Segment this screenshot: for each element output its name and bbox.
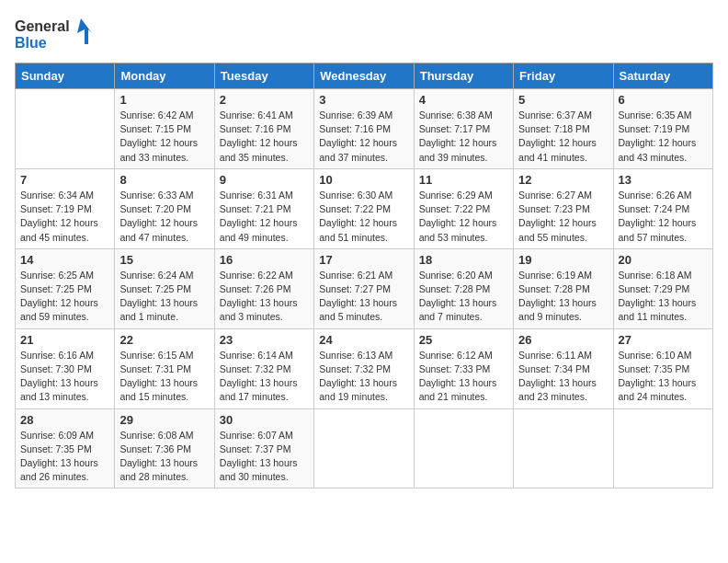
calendar-cell: 16Sunrise: 6:22 AMSunset: 7:26 PMDayligh…	[214, 248, 313, 328]
day-info: Sunrise: 6:39 AMSunset: 7:16 PMDaylight:…	[319, 109, 408, 165]
calendar-cell	[314, 408, 414, 488]
day-number: 20	[619, 253, 708, 267]
day-number: 2	[220, 93, 309, 107]
day-number: 29	[119, 413, 209, 427]
calendar-cell: 4Sunrise: 6:38 AMSunset: 7:17 PMDaylight…	[414, 89, 513, 169]
day-info: Sunrise: 6:09 AMSunset: 7:35 PMDaylight:…	[20, 429, 109, 485]
day-number: 28	[20, 413, 109, 427]
calendar-cell: 7Sunrise: 6:34 AMSunset: 7:19 PMDaylight…	[16, 168, 115, 248]
calendar-cell: 18Sunrise: 6:20 AMSunset: 7:28 PMDayligh…	[414, 248, 513, 328]
calendar-cell: 1Sunrise: 6:42 AMSunset: 7:15 PMDaylight…	[115, 89, 214, 169]
calendar-cell: 30Sunrise: 6:07 AMSunset: 7:37 PMDayligh…	[214, 408, 313, 488]
day-number: 15	[119, 253, 209, 267]
day-info: Sunrise: 6:26 AMSunset: 7:24 PMDaylight:…	[619, 189, 708, 245]
day-number: 26	[518, 333, 608, 347]
day-header-thursday: Thursday	[414, 63, 513, 89]
day-header-sunday: Sunday	[16, 63, 115, 89]
calendar-cell: 3Sunrise: 6:39 AMSunset: 7:16 PMDaylight…	[314, 89, 414, 169]
calendar-cell	[613, 408, 712, 488]
day-number: 30	[220, 413, 309, 427]
day-info: Sunrise: 6:25 AMSunset: 7:25 PMDaylight:…	[20, 269, 109, 325]
day-info: Sunrise: 6:11 AMSunset: 7:34 PMDaylight:…	[518, 349, 608, 405]
day-number: 25	[419, 333, 508, 347]
day-header-wednesday: Wednesday	[314, 63, 414, 89]
calendar-cell: 11Sunrise: 6:29 AMSunset: 7:22 PMDayligh…	[414, 168, 513, 248]
calendar-cell: 25Sunrise: 6:12 AMSunset: 7:33 PMDayligh…	[414, 328, 513, 408]
day-number: 17	[319, 253, 408, 267]
calendar-week-row: 1Sunrise: 6:42 AMSunset: 7:15 PMDaylight…	[16, 89, 713, 169]
day-info: Sunrise: 6:35 AMSunset: 7:19 PMDaylight:…	[619, 109, 708, 165]
day-info: Sunrise: 6:18 AMSunset: 7:29 PMDaylight:…	[619, 269, 708, 325]
day-info: Sunrise: 6:21 AMSunset: 7:27 PMDaylight:…	[319, 269, 408, 325]
calendar-cell: 27Sunrise: 6:10 AMSunset: 7:35 PMDayligh…	[613, 328, 712, 408]
day-number: 23	[220, 333, 309, 347]
day-number: 27	[619, 333, 708, 347]
day-header-monday: Monday	[115, 63, 214, 89]
day-number: 4	[419, 93, 508, 107]
calendar-cell: 6Sunrise: 6:35 AMSunset: 7:19 PMDaylight…	[613, 89, 712, 169]
calendar-cell: 26Sunrise: 6:11 AMSunset: 7:34 PMDayligh…	[514, 328, 613, 408]
svg-marker-2	[77, 18, 92, 44]
day-number: 5	[518, 93, 608, 107]
calendar-cell: 23Sunrise: 6:14 AMSunset: 7:32 PMDayligh…	[214, 328, 313, 408]
calendar-cell: 19Sunrise: 6:19 AMSunset: 7:28 PMDayligh…	[514, 248, 613, 328]
calendar-cell: 17Sunrise: 6:21 AMSunset: 7:27 PMDayligh…	[314, 248, 414, 328]
day-number: 3	[319, 93, 408, 107]
day-number: 1	[119, 93, 209, 107]
day-header-saturday: Saturday	[613, 63, 712, 89]
day-info: Sunrise: 6:13 AMSunset: 7:32 PMDaylight:…	[319, 349, 408, 405]
calendar-cell: 2Sunrise: 6:41 AMSunset: 7:16 PMDaylight…	[214, 89, 313, 169]
calendar-body: 1Sunrise: 6:42 AMSunset: 7:15 PMDaylight…	[16, 89, 713, 488]
day-number: 22	[119, 333, 209, 347]
day-info: Sunrise: 6:14 AMSunset: 7:32 PMDaylight:…	[220, 349, 309, 405]
calendar-header-row: SundayMondayTuesdayWednesdayThursdayFrid…	[16, 63, 713, 89]
day-number: 18	[419, 253, 508, 267]
calendar-week-row: 14Sunrise: 6:25 AMSunset: 7:25 PMDayligh…	[16, 248, 713, 328]
calendar-cell: 9Sunrise: 6:31 AMSunset: 7:21 PMDaylight…	[214, 168, 313, 248]
calendar-cell: 21Sunrise: 6:16 AMSunset: 7:30 PMDayligh…	[16, 328, 115, 408]
day-number: 16	[220, 253, 309, 267]
day-number: 21	[20, 333, 109, 347]
day-info: Sunrise: 6:15 AMSunset: 7:31 PMDaylight:…	[119, 349, 209, 405]
calendar-cell: 13Sunrise: 6:26 AMSunset: 7:24 PMDayligh…	[613, 168, 712, 248]
day-info: Sunrise: 6:29 AMSunset: 7:22 PMDaylight:…	[419, 189, 508, 245]
day-number: 9	[220, 173, 309, 187]
calendar-cell: 5Sunrise: 6:37 AMSunset: 7:18 PMDaylight…	[514, 89, 613, 169]
day-info: Sunrise: 6:30 AMSunset: 7:22 PMDaylight:…	[319, 189, 408, 245]
day-info: Sunrise: 6:33 AMSunset: 7:20 PMDaylight:…	[119, 189, 209, 245]
day-info: Sunrise: 6:27 AMSunset: 7:23 PMDaylight:…	[518, 189, 608, 245]
day-info: Sunrise: 6:22 AMSunset: 7:26 PMDaylight:…	[220, 269, 309, 325]
calendar-cell: 8Sunrise: 6:33 AMSunset: 7:20 PMDaylight…	[115, 168, 214, 248]
day-number: 7	[20, 173, 109, 187]
day-info: Sunrise: 6:20 AMSunset: 7:28 PMDaylight:…	[419, 269, 508, 325]
day-info: Sunrise: 6:42 AMSunset: 7:15 PMDaylight:…	[119, 109, 209, 165]
calendar-cell: 22Sunrise: 6:15 AMSunset: 7:31 PMDayligh…	[115, 328, 214, 408]
day-number: 12	[518, 173, 608, 187]
calendar-cell	[514, 408, 613, 488]
calendar-cell: 12Sunrise: 6:27 AMSunset: 7:23 PMDayligh…	[514, 168, 613, 248]
day-info: Sunrise: 6:38 AMSunset: 7:17 PMDaylight:…	[419, 109, 508, 165]
calendar-week-row: 7Sunrise: 6:34 AMSunset: 7:19 PMDaylight…	[16, 168, 713, 248]
day-info: Sunrise: 6:07 AMSunset: 7:37 PMDaylight:…	[220, 429, 309, 485]
day-info: Sunrise: 6:08 AMSunset: 7:36 PMDaylight:…	[119, 429, 209, 485]
calendar-week-row: 28Sunrise: 6:09 AMSunset: 7:35 PMDayligh…	[16, 408, 713, 488]
calendar-cell	[414, 408, 513, 488]
calendar-cell: 28Sunrise: 6:09 AMSunset: 7:35 PMDayligh…	[16, 408, 115, 488]
day-number: 10	[319, 173, 408, 187]
calendar-cell: 14Sunrise: 6:25 AMSunset: 7:25 PMDayligh…	[16, 248, 115, 328]
day-info: Sunrise: 6:12 AMSunset: 7:33 PMDaylight:…	[419, 349, 508, 405]
logo: GeneralBlue	[15, 15, 97, 52]
calendar-cell: 29Sunrise: 6:08 AMSunset: 7:36 PMDayligh…	[115, 408, 214, 488]
day-number: 8	[119, 173, 209, 187]
day-info: Sunrise: 6:41 AMSunset: 7:16 PMDaylight:…	[220, 109, 309, 165]
svg-text:General: General	[15, 18, 70, 34]
day-number: 11	[419, 173, 508, 187]
day-number: 6	[619, 93, 708, 107]
day-number: 24	[319, 333, 408, 347]
calendar-cell	[16, 89, 115, 169]
day-number: 14	[20, 253, 109, 267]
day-info: Sunrise: 6:31 AMSunset: 7:21 PMDaylight:…	[220, 189, 309, 245]
day-header-tuesday: Tuesday	[214, 63, 313, 89]
calendar-cell: 10Sunrise: 6:30 AMSunset: 7:22 PMDayligh…	[314, 168, 414, 248]
day-info: Sunrise: 6:34 AMSunset: 7:19 PMDaylight:…	[20, 189, 109, 245]
